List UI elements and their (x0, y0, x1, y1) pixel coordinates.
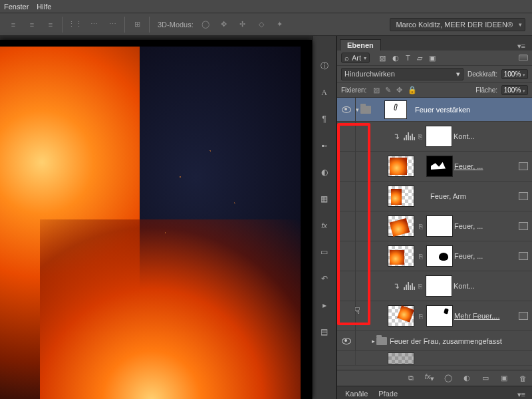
visibility-toggle[interactable] (337, 211, 356, 241)
lock-transparent-icon[interactable]: ▨ (373, 86, 380, 94)
layer-thumb[interactable] (388, 156, 414, 177)
layer-thumb[interactable] (388, 245, 414, 267)
document-canvas[interactable] (0, 47, 301, 399)
layer-group-feuer-verstaerken[interactable]: ▾ Feuer verstärken (337, 98, 532, 122)
layer-row[interactable]: ↴ ⎘ Kont... (337, 122, 532, 152)
layer-fx-icon[interactable]: fx▾ (424, 372, 435, 383)
align-left-icon[interactable]: ≡ (7, 18, 20, 31)
layer-thumb[interactable] (388, 186, 414, 207)
tab-ebenen[interactable]: Ebenen (340, 39, 381, 51)
character-panel-icon[interactable]: A (317, 85, 332, 100)
properties-panel-icon[interactable]: ▤ (317, 325, 332, 339)
link-icon: ⎘ (416, 223, 426, 230)
layer-mask-thumb[interactable] (426, 275, 452, 297)
tab-pfade[interactable]: Pfade (373, 388, 403, 399)
brush-panel-icon[interactable]: ▪▫ (317, 138, 332, 153)
panel-menu-icon[interactable]: ▾≡ (517, 42, 529, 51)
workspace-dropdown[interactable]: Marco Kolditz, MEER DER IDEEN® (390, 18, 525, 31)
link-layers-icon[interactable]: ⧉ (406, 374, 416, 382)
layer-name[interactable]: Feuer der Frau, zusammengefasst (390, 337, 532, 345)
group-mask-thumb[interactable] (384, 100, 407, 119)
layer-name[interactable]: Feuer verstärken (415, 106, 532, 114)
color-panel-icon[interactable]: ▭ (317, 245, 332, 259)
layer-row-partial[interactable] (337, 351, 532, 366)
layer-mask-thumb[interactable] (426, 215, 453, 237)
layer-row[interactable]: Feuer, ... (337, 152, 532, 182)
filter-toggle[interactable] (519, 55, 528, 61)
layer-row[interactable]: Feuer, Arm (337, 182, 532, 211)
move-3d-icon[interactable]: ✢ (236, 18, 249, 31)
fill-field[interactable]: 100% (501, 85, 528, 95)
visibility-toggle[interactable] (337, 301, 356, 331)
distribute-v-icon[interactable]: ⋯ (87, 18, 100, 31)
layer-thumb[interactable] (388, 305, 414, 327)
info-panel-icon[interactable]: ⓘ (317, 59, 332, 73)
filter-adjust-icon[interactable]: ◐ (392, 54, 399, 63)
visibility-toggle[interactable] (337, 351, 356, 365)
layer-row[interactable]: ⎘ Mehr Feuer,... (337, 301, 532, 331)
filter-kind-dropdown[interactable]: ⌕ Art ▾ (341, 53, 370, 63)
filter-shape-icon[interactable]: ▱ (417, 54, 422, 63)
opacity-field[interactable]: 100% (501, 69, 528, 79)
lock-pixel-icon[interactable]: ✎ (385, 86, 391, 94)
panel-menu-icon[interactable]: ▾≡ (517, 390, 529, 399)
align-right-icon[interactable]: ≡ (44, 18, 57, 31)
history-panel-icon[interactable]: ↶ (317, 271, 332, 286)
layer-name[interactable]: Kont... (454, 282, 532, 290)
visibility-toggle[interactable] (337, 241, 356, 271)
delete-layer-icon[interactable]: 🗑 (517, 374, 528, 382)
add-mask-icon[interactable]: ◯ (443, 374, 454, 382)
lock-all-icon[interactable]: 🔒 (408, 86, 417, 94)
separator (149, 17, 150, 33)
layer-row[interactable]: ↴ ⎘ Kont... (337, 271, 532, 301)
filter-type-icon[interactable]: T (406, 54, 410, 63)
layer-thumb[interactable] (388, 352, 414, 364)
visibility-toggle[interactable] (337, 152, 356, 181)
layer-thumb[interactable] (388, 215, 414, 237)
swatches-panel-icon[interactable]: ▦ (317, 192, 332, 206)
layer-mask-thumb[interactable] (426, 126, 452, 147)
layer-row[interactable]: ⎘ Feuer, ... (337, 241, 532, 271)
blend-opacity-row: Hindurchwirken ▾ Deckkraft: 100% (337, 66, 532, 83)
disclosure-triangle-icon[interactable]: ▾ (356, 106, 359, 113)
arrange-icon[interactable]: ⊞ (130, 18, 144, 31)
orbit-icon[interactable]: ◯ (199, 18, 212, 31)
pan-icon[interactable]: ✥ (217, 18, 231, 31)
tab-kanaele[interactable]: Kanäle (340, 388, 373, 399)
distribute-icon[interactable]: ⋯ (106, 18, 119, 31)
layer-mask-thumb[interactable] (426, 305, 453, 327)
visibility-eye-icon[interactable] (342, 338, 351, 344)
new-adjustment-icon[interactable]: ◐ (462, 374, 472, 382)
scale-3d-icon[interactable]: ◇ (255, 18, 268, 31)
styles-panel-icon[interactable]: fx (317, 218, 332, 233)
layer-mask-thumb[interactable] (426, 156, 453, 177)
layer-name[interactable]: Feuer, Arm (430, 192, 516, 200)
filter-pixel-icon[interactable]: ▧ (379, 54, 386, 63)
layer-name[interactable]: Mehr Feuer,... (454, 312, 516, 320)
new-group-icon[interactable]: ▭ (480, 374, 491, 382)
visibility-toggle[interactable] (337, 182, 356, 211)
visibility-toggle[interactable] (337, 122, 356, 151)
blend-mode-dropdown[interactable]: Hindurchwirken ▾ (341, 68, 464, 80)
distribute-h-icon[interactable]: ⋮⋮ (68, 18, 82, 31)
filter-smart-icon[interactable]: ▣ (429, 54, 436, 63)
visibility-toggle[interactable] (337, 271, 356, 301)
layer-row[interactable]: ⎘ Feuer, ... (337, 211, 532, 241)
align-center-icon[interactable]: ≡ (25, 18, 39, 31)
layer-name[interactable]: Feuer, ... (454, 222, 516, 230)
lock-position-icon[interactable]: ✥ (396, 86, 402, 94)
actions-panel-icon[interactable]: ▸ (317, 298, 332, 313)
layer-group-feuer-frau[interactable]: ▸ Feuer der Frau, zusammengefasst (337, 331, 532, 351)
menu-fenster[interactable]: Fenster (4, 3, 29, 11)
menu-hilfe[interactable]: Hilfe (37, 3, 51, 11)
layer-name[interactable]: Kont... (454, 132, 532, 140)
light-icon[interactable]: ✦ (273, 18, 287, 31)
new-layer-icon[interactable]: ▣ (499, 374, 509, 382)
adjustments-panel-icon[interactable]: ◐ (317, 165, 332, 180)
disclosure-triangle-icon[interactable]: ▸ (372, 338, 375, 344)
layer-name[interactable]: Feuer, ... (454, 252, 516, 260)
layer-name[interactable]: Feuer, ... (454, 162, 516, 170)
paragraph-panel-icon[interactable]: ¶ (317, 112, 332, 126)
visibility-eye-icon[interactable] (342, 106, 351, 113)
layer-mask-thumb[interactable] (426, 245, 453, 267)
